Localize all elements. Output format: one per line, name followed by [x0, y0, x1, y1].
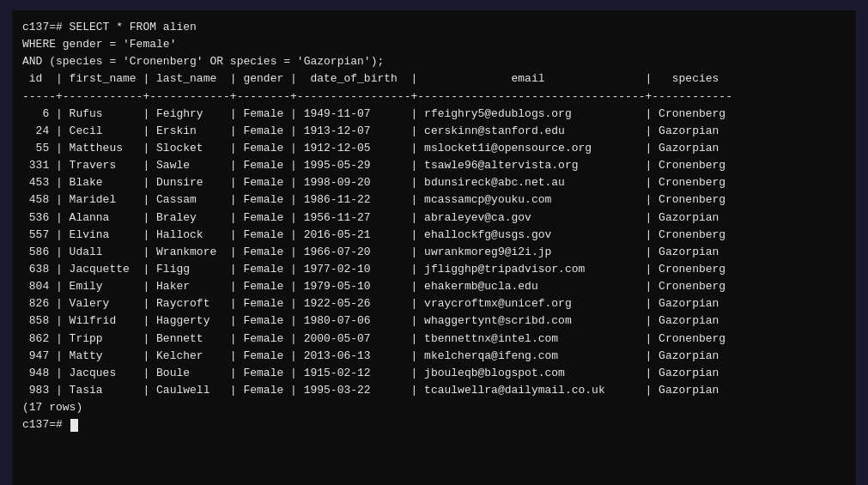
terminal-line: AND (species = 'Cronenberg' OR species =… [22, 53, 846, 70]
terminal-output: c137=# SELECT * FROM alienWHERE gender =… [22, 19, 846, 433]
terminal-line: c137=# SELECT * FROM alien [22, 19, 846, 36]
terminal-line: 858 | Wilfrid | Haggerty | Female | 1980… [22, 312, 846, 330]
terminal-line: id | first_name | last_name | gender | d… [22, 70, 846, 88]
terminal-window: c137=# SELECT * FROM alienWHERE gender =… [12, 10, 856, 485]
terminal-line: 804 | Emily | Haker | Female | 1979-05-1… [22, 278, 846, 295]
terminal-line: 947 | Matty | Kelcher | Female | 2013-06… [22, 348, 846, 365]
terminal-line: 826 | Valery | Raycroft | Female | 1922-… [22, 295, 846, 312]
terminal-line: (17 rows) [22, 399, 846, 416]
terminal-line: 983 | Tasia | Caulwell | Female | 1995-0… [22, 382, 846, 399]
prompt-text: c137=# [22, 416, 70, 433]
terminal-line: 557 | Elvina | Hallock | Female | 2016-0… [22, 227, 846, 244]
terminal-line: 24 | Cecil | Erskin | Female | 1913-12-0… [22, 123, 846, 140]
terminal-line: 331 | Travers | Sawle | Female | 1995-05… [22, 157, 846, 174]
terminal-line: 6 | Rufus | Feighry | Female | 1949-11-0… [22, 106, 846, 123]
terminal-line: WHERE gender = 'Female' [22, 36, 846, 53]
terminal-line: c137=# [22, 416, 846, 433]
terminal-line: 638 | Jacquette | Fligg | Female | 1977-… [22, 261, 846, 278]
terminal-line: -----+------------+------------+--------… [22, 88, 846, 106]
terminal-line: 862 | Tripp | Bennett | Female | 2000-05… [22, 330, 846, 348]
terminal-line: 453 | Blake | Dunsire | Female | 1998-09… [22, 174, 846, 191]
terminal-line: 948 | Jacques | Boule | Female | 1915-02… [22, 365, 846, 382]
terminal-line: 55 | Mattheus | Slocket | Female | 1912-… [22, 140, 846, 157]
terminal-line: 536 | Alanna | Braley | Female | 1956-11… [22, 209, 846, 227]
terminal-cursor [70, 419, 78, 432]
terminal-line: 458 | Maridel | Cassam | Female | 1986-1… [22, 191, 846, 209]
terminal-line: 586 | Udall | Wrankmore | Female | 1966-… [22, 244, 846, 261]
